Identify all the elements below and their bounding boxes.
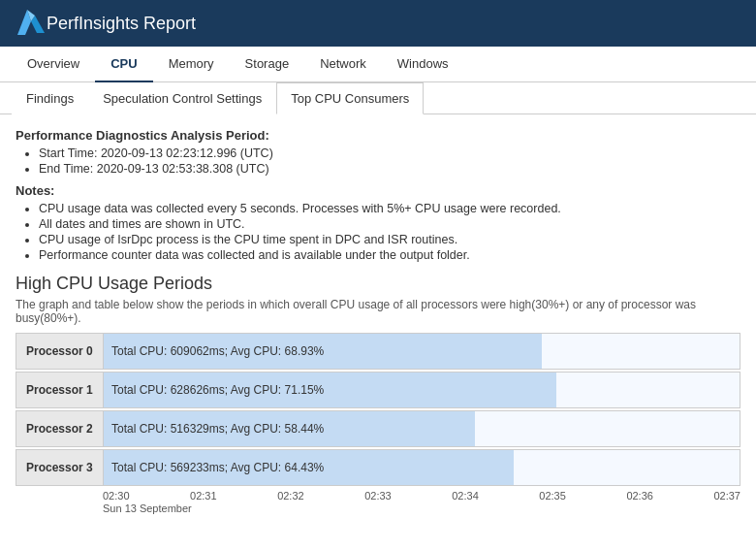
end-time: End Time: 2020-09-13 02:53:38.308 (UTC) [39,162,740,176]
processor-1-bar-container: Total CPU: 628626ms; Avg CPU: 71.15% [104,373,740,407]
sub-tab-speculation[interactable]: Speculation Control Settings [88,82,276,114]
processor-row-2: Processor 2 Total CPU: 516329ms; Avg CPU… [16,410,740,447]
x-axis-label-5: 02:35 [539,490,566,502]
tab-overview[interactable]: Overview [12,47,95,82]
high-cpu-desc: The graph and table below show the perio… [16,298,740,325]
processor-row-3: Processor 3 Total CPU: 569233ms; Avg CPU… [16,449,740,486]
processor-3-label: Processor 3 [16,450,104,485]
x-axis-label-1: 02:31 [190,490,217,502]
processor-0-info: Total CPU: 609062ms; Avg CPU: 68.93% [111,344,324,358]
processor-row-1: Processor 1 Total CPU: 628626ms; Avg CPU… [16,372,740,408]
high-cpu-title: High CPU Usage Periods [16,274,740,294]
note-4: Performance counter data was collected a… [39,248,740,262]
tab-cpu[interactable]: CPU [95,47,152,82]
app-header: PerfInsights Report [0,0,756,47]
processor-2-bar-container: Total CPU: 516329ms; Avg CPU: 58.44% [104,411,740,446]
note-2: All dates and times are shown in UTC. [39,217,740,231]
analysis-period-list: Start Time: 2020-09-13 02:23:12.996 (UTC… [16,146,740,176]
x-axis-labels: 02:30 02:31 02:32 02:33 02:34 02:35 02:3… [103,490,740,502]
x-axis-label-6: 02:36 [626,490,653,502]
processor-row-0: Processor 0 Total CPU: 609062ms; Avg CPU… [16,333,740,370]
sub-navigation: Findings Speculation Control Settings To… [0,82,756,114]
x-axis-label-2: 02:32 [277,490,304,502]
processor-3-bar-container: Total CPU: 569233ms; Avg CPU: 64.43% [104,450,740,485]
x-axis-label-3: 02:33 [364,490,392,502]
processor-2-info: Total CPU: 516329ms; Avg CPU: 58.44% [111,422,324,436]
processor-chart: Processor 0 Total CPU: 609062ms; Avg CPU… [16,333,740,486]
tab-storage[interactable]: Storage [230,47,305,82]
azure-logo-icon [16,8,47,39]
tab-network[interactable]: Network [304,47,382,82]
processor-2-label: Processor 2 [16,411,104,446]
processor-3-info: Total CPU: 569233ms; Avg CPU: 64.43% [111,461,324,474]
processor-1-info: Total CPU: 628626ms; Avg CPU: 71.15% [111,383,324,397]
notes-list: CPU usage data was collected every 5 sec… [16,202,740,262]
note-1: CPU usage data was collected every 5 sec… [39,202,740,215]
tab-windows[interactable]: Windows [382,47,464,82]
sub-tab-findings[interactable]: Findings [12,82,88,114]
main-content: Performance Diagnostics Analysis Period:… [0,114,756,541]
tab-memory[interactable]: Memory [153,47,230,82]
top-navigation: Overview CPU Memory Storage Network Wind… [0,47,756,82]
x-axis-date: Sun 13 September [16,502,740,514]
sub-tab-top-cpu[interactable]: Top CPU Consumers [276,82,424,114]
x-axis-label-0: 02:30 [103,490,130,502]
start-time: Start Time: 2020-09-13 02:23:12.996 (UTC… [39,146,740,160]
analysis-period-label: Performance Diagnostics Analysis Period: [16,128,740,143]
app-title: PerfInsights Report [47,14,196,34]
x-axis-label-7: 02:37 [713,490,740,502]
processor-0-bar-container: Total CPU: 609062ms; Avg CPU: 68.93% [104,334,740,369]
processor-0-label: Processor 0 [16,334,104,369]
x-axis-label-4: 02:34 [452,490,479,502]
processor-1-label: Processor 1 [16,373,104,407]
x-axis-row: 02:30 02:31 02:32 02:33 02:34 02:35 02:3… [16,490,740,502]
note-3: CPU usage of IsrDpc process is the CPU t… [39,233,740,246]
notes-label: Notes: [16,183,740,198]
